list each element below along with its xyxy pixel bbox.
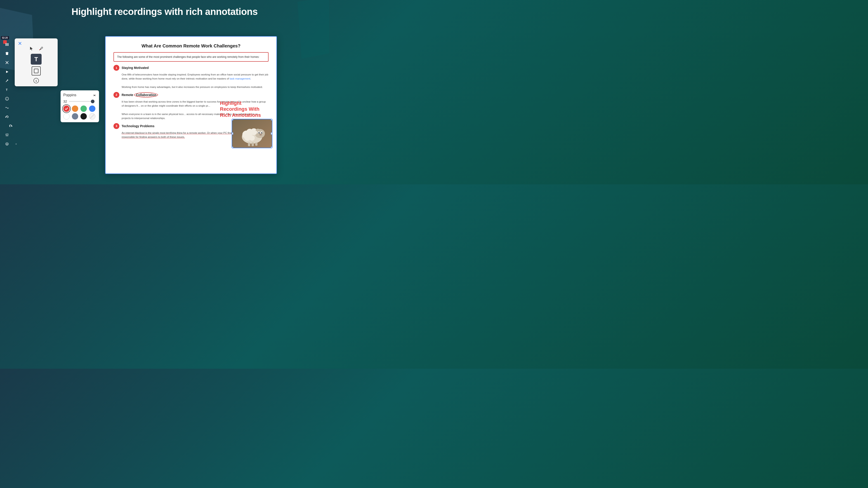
font-size-thumb[interactable] bbox=[91, 100, 94, 103]
color-swatches bbox=[63, 105, 96, 120]
highlighted-paragraph: The following are some of the most promi… bbox=[114, 52, 269, 62]
resize-handle-ml[interactable] bbox=[232, 132, 233, 135]
font-size-value: 32 bbox=[63, 99, 67, 103]
svg-text:1: 1 bbox=[6, 98, 7, 100]
document-area: What Are Common Remote Work Challenges? … bbox=[105, 36, 277, 174]
emoji-icon[interactable] bbox=[3, 140, 11, 148]
svg-point-25 bbox=[249, 135, 255, 141]
side-toolbar: T 1 « bbox=[2, 41, 12, 148]
pause-icon[interactable] bbox=[3, 41, 11, 48]
svg-point-31 bbox=[262, 132, 262, 133]
svg-point-23 bbox=[250, 128, 257, 135]
svg-point-14 bbox=[7, 143, 8, 144]
svg-rect-2 bbox=[6, 53, 8, 55]
svg-rect-3 bbox=[5, 53, 8, 53]
resize-handle-tl[interactable] bbox=[232, 119, 233, 121]
section-3-number: 3 bbox=[114, 123, 119, 129]
delete-icon[interactable] bbox=[3, 50, 11, 57]
svg-rect-4 bbox=[6, 52, 8, 53]
layers-icon[interactable] bbox=[3, 131, 11, 139]
section-2-number: 2 bbox=[114, 92, 119, 98]
panel-text-tool-button[interactable]: T bbox=[31, 54, 41, 65]
color-swatch-gray[interactable] bbox=[72, 113, 78, 120]
section-1-header: 1 Staying Motivated bbox=[114, 65, 269, 71]
svg-point-28 bbox=[258, 132, 260, 133]
svg-text:1: 1 bbox=[35, 79, 37, 82]
color-swatch-orange[interactable] bbox=[72, 105, 78, 112]
color-swatch-green[interactable] bbox=[81, 105, 87, 112]
svg-point-30 bbox=[259, 132, 259, 133]
svg-point-11 bbox=[6, 134, 8, 135]
svg-text:T: T bbox=[6, 88, 8, 92]
font-size-row: 32 bbox=[63, 99, 96, 103]
font-chevron-icon[interactable] bbox=[93, 93, 96, 97]
font-panel: Poppins 32 bbox=[61, 90, 99, 122]
panel-tool-row bbox=[28, 45, 44, 52]
svg-marker-7 bbox=[6, 71, 8, 73]
section-3-title: Technology Problems bbox=[122, 124, 154, 128]
collaboration-circled: Collaboration bbox=[134, 92, 158, 97]
panel-badge-icon[interactable]: 1 bbox=[33, 77, 39, 84]
squiggle-icon[interactable] bbox=[3, 104, 11, 111]
section-1-title: Staying Motivated bbox=[122, 66, 149, 70]
section-2-title: Remote Collaboration bbox=[122, 92, 158, 97]
sheep-image-overlay[interactable] bbox=[232, 119, 272, 148]
color-swatch-red[interactable] bbox=[63, 105, 70, 112]
svg-rect-1 bbox=[7, 43, 8, 46]
resize-handle-bl[interactable] bbox=[232, 147, 233, 148]
panel-cursor-icon[interactable] bbox=[28, 45, 35, 52]
svg-rect-33 bbox=[248, 142, 250, 146]
svg-rect-15 bbox=[34, 69, 38, 73]
task-management-link[interactable]: task management bbox=[230, 77, 250, 80]
color-swatch-white[interactable] bbox=[63, 113, 70, 120]
svg-rect-34 bbox=[252, 142, 254, 146]
text-tool-icon[interactable]: T bbox=[3, 86, 11, 94]
redo-icon[interactable] bbox=[3, 122, 11, 130]
svg-rect-0 bbox=[6, 43, 6, 46]
close-x-icon[interactable] bbox=[3, 59, 11, 66]
panel-close-button[interactable]: ✕ bbox=[18, 41, 22, 46]
arrow-icon[interactable] bbox=[3, 68, 11, 75]
pencil-icon[interactable] bbox=[3, 77, 11, 85]
svg-rect-35 bbox=[255, 142, 257, 146]
sheep-image bbox=[232, 119, 272, 148]
undo-icon[interactable] bbox=[3, 113, 11, 121]
collapse-toolbar-btn[interactable]: « bbox=[16, 142, 17, 145]
section-1-body: One-fifth of telecommuters have trouble … bbox=[122, 72, 269, 89]
svg-point-32 bbox=[259, 134, 262, 135]
annotation-panel: ✕ T 1 bbox=[15, 38, 58, 86]
resize-handle-br[interactable] bbox=[271, 147, 272, 148]
svg-point-13 bbox=[6, 143, 7, 144]
svg-point-18 bbox=[64, 106, 69, 111]
panel-pen-icon[interactable] bbox=[37, 45, 44, 52]
section-1-number: 1 bbox=[114, 65, 119, 71]
color-swatch-blue[interactable] bbox=[89, 105, 95, 112]
panel-shape-button[interactable] bbox=[32, 66, 41, 75]
font-name-label: Poppins bbox=[63, 93, 76, 97]
callout-overlay-text: Highlight Recordings With Rich Annotatio… bbox=[220, 100, 270, 118]
resize-handle-tr[interactable] bbox=[271, 119, 272, 121]
timer-display: 02:20 bbox=[1, 36, 9, 39]
color-swatch-transparent[interactable] bbox=[89, 113, 95, 120]
document-title: What Are Common Remote Work Challenges? bbox=[114, 43, 269, 48]
section-2-header: 2 Remote Collaboration bbox=[114, 92, 269, 98]
svg-point-29 bbox=[261, 132, 262, 133]
number-badge-icon[interactable]: 1 bbox=[3, 95, 11, 103]
color-swatch-black[interactable] bbox=[81, 113, 87, 120]
resize-handle-mr[interactable] bbox=[271, 132, 272, 135]
sheep-svg bbox=[234, 120, 270, 147]
font-size-slider[interactable] bbox=[69, 101, 94, 102]
font-name-row: Poppins bbox=[63, 93, 96, 97]
page-title: Highlight recordings with rich annotatio… bbox=[0, 6, 329, 17]
